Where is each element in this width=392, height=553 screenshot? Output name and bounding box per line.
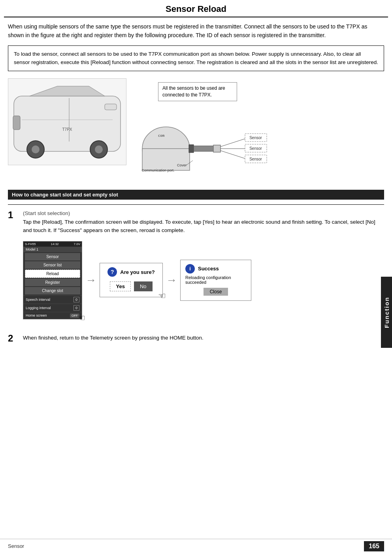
confirm-buttons: Yes No	[110, 281, 152, 291]
step1-content: (Start slot selection) Tap the [Reload],…	[23, 210, 384, 327]
svg-point-5	[95, 145, 103, 153]
svg-text:com: com	[158, 134, 164, 138]
step1-desc: Tap the [Reload], The confirmation scree…	[23, 218, 384, 235]
confirm-header: ? Are you sure?	[107, 267, 155, 277]
menu-register[interactable]: Register	[25, 279, 80, 286]
svg-rect-19	[213, 145, 220, 152]
confirm-screen-wrapper: ? Are you sure? Yes No ☞	[100, 263, 163, 297]
step2-number: 2	[8, 334, 19, 349]
svg-line-22	[220, 151, 245, 159]
hand-cursor-1: ☞	[77, 313, 85, 323]
row-home-label: Home screen	[26, 313, 47, 317]
success-icon: i	[185, 264, 195, 274]
step2-content: When finished, return to the Telemetry s…	[23, 334, 384, 349]
device-header: S-FH55 14:32 7.0V	[23, 242, 82, 247]
success-title: Success	[198, 266, 219, 272]
svg-text:Sensor: Sensor	[249, 157, 262, 161]
menu-sensor[interactable]: Sensor	[25, 253, 80, 260]
menu-reload[interactable]: Reload	[25, 270, 80, 278]
arrow-1: →	[85, 274, 96, 287]
step1-number: 1	[8, 210, 19, 327]
screen-sequence: S-FH55 14:32 7.0V Model 1 Sensor Sensor …	[23, 241, 384, 319]
success-screen: i Success Reloading configuration succee…	[180, 260, 251, 301]
row-speech-val: 0	[74, 297, 79, 302]
step1-label: (Start slot selection)	[23, 210, 384, 216]
diagram-area: T7PX All the sensors to be used are conn…	[8, 78, 384, 180]
step1-block: 1 (Start slot selection) Tap the [Reload…	[8, 210, 384, 327]
arrow-2: →	[166, 274, 177, 287]
menu-change-slot[interactable]: Change slot	[25, 287, 80, 294]
intro-text: When using multiple sensors of the same …	[8, 22, 384, 40]
svg-text:Sensor: Sensor	[249, 136, 262, 140]
confirm-icon: ?	[107, 267, 117, 277]
no-button[interactable]: No	[134, 281, 153, 291]
section-header: How to change start slot and set empty s…	[8, 190, 384, 200]
svg-rect-9	[13, 116, 20, 130]
row-home: Home screen OFF	[23, 312, 82, 319]
yes-button[interactable]: Yes	[110, 281, 130, 291]
svg-rect-6	[105, 104, 117, 110]
success-desc: Reloading configuration succeeded	[185, 275, 246, 285]
bike-diagram: T7PX	[8, 78, 126, 165]
device-time: 14:32	[51, 242, 59, 246]
footer: Sensor 165	[0, 539, 392, 553]
device-model-label: Model 1	[23, 247, 82, 252]
footer-label: Sensor	[8, 543, 24, 549]
confirm-question: Are you sure?	[120, 269, 155, 275]
svg-marker-1	[30, 86, 105, 96]
confirm-screen: ? Are you sure? Yes No	[100, 263, 163, 297]
row-speech-label: Speech interval	[26, 298, 50, 302]
svg-text:Cover: Cover	[177, 163, 187, 167]
step2-desc: When finished, return to the Telemetry s…	[23, 334, 384, 342]
svg-text:T7PX: T7PX	[62, 127, 72, 132]
svg-text:Sensor: Sensor	[249, 146, 262, 151]
device-menu-screen: S-FH55 14:32 7.0V Model 1 Sensor Sensor …	[23, 241, 82, 319]
page-title: Sensor Reload	[4, 0, 388, 17]
success-header: i Success	[185, 264, 246, 274]
callout-box: All the sensors to be used are connected…	[158, 82, 237, 101]
row-logging: Logging interval 0	[23, 304, 82, 312]
row-speech: Speech interval 0	[23, 295, 82, 304]
connector-diagram: All the sensors to be used are connected…	[134, 78, 384, 180]
info-box: To load the sensor, connect all sensors …	[8, 45, 384, 71]
row-logging-label: Logging interval	[26, 306, 51, 310]
close-button[interactable]: Close	[204, 288, 228, 296]
step2-block: 2 When finished, return to the Telemetry…	[8, 334, 384, 349]
hand-cursor-2: ☞	[158, 291, 166, 301]
menu-sensor-list[interactable]: Sensor list	[25, 261, 80, 269]
device-model-header: S-FH55	[25, 242, 36, 246]
page-number: 165	[364, 541, 384, 551]
row-logging-val: 0	[74, 305, 79, 311]
svg-rect-14	[189, 145, 194, 153]
svg-point-3	[32, 145, 40, 153]
svg-line-20	[220, 139, 245, 147]
svg-rect-18	[194, 146, 213, 151]
svg-text:Communication port.: Communication port.	[141, 168, 174, 172]
function-tab: Function	[381, 277, 392, 348]
device-battery: 7.0V	[74, 242, 80, 246]
